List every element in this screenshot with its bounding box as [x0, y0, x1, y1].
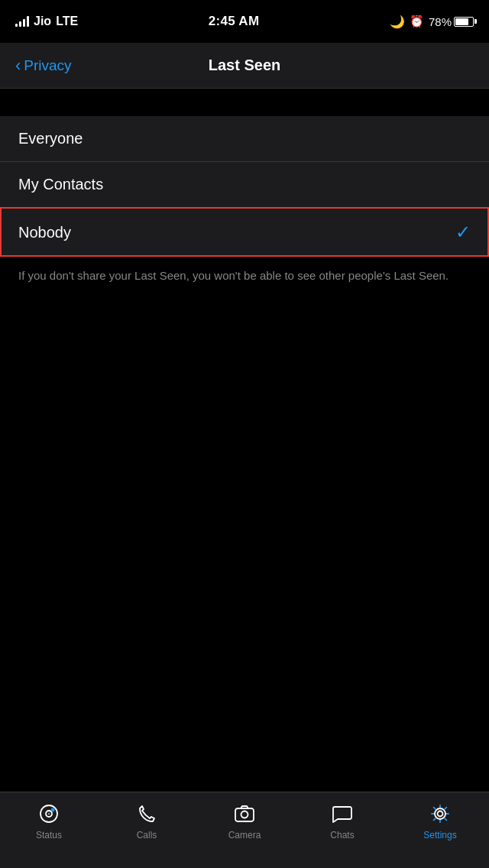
network-label: LTE [56, 15, 78, 28]
status-time: 2:45 AM [209, 14, 260, 29]
options-list: Everyone My Contacts Nobody ✓ [0, 116, 489, 257]
svg-point-2 [48, 813, 50, 815]
option-nobody-label: Nobody [18, 224, 71, 241]
moon-icon: 🌙 [390, 15, 405, 29]
page-title: Last Seen [209, 57, 280, 74]
back-label: Privacy [24, 57, 71, 74]
carrier-label: Jio [34, 15, 51, 28]
chats-tab-icon [330, 802, 355, 826]
section-spacer [0, 89, 489, 116]
status-bar: Jio LTE 2:45 AM 🌙 ⏰ 78% [0, 0, 489, 43]
chevron-left-icon: ‹ [15, 57, 21, 74]
option-everyone-label: Everyone [18, 130, 83, 147]
content-area: Everyone My Contacts Nobody ✓ If you don… [0, 89, 489, 300]
option-nobody[interactable]: Nobody ✓ [0, 207, 489, 257]
option-my-contacts[interactable]: My Contacts [0, 161, 489, 207]
calls-tab-icon [134, 802, 159, 826]
back-button[interactable]: ‹ Privacy [15, 57, 72, 74]
svg-rect-4 [235, 808, 254, 821]
tab-camera-label: Camera [228, 830, 261, 840]
tab-settings[interactable]: Settings [391, 802, 489, 840]
signal-icon [15, 16, 29, 27]
option-my-contacts-label: My Contacts [18, 176, 103, 193]
tab-calls[interactable]: Calls [98, 802, 196, 840]
tab-bar: Status Calls Camera Chats [0, 792, 489, 868]
tab-camera[interactable]: Camera [196, 802, 293, 840]
battery-icon [454, 17, 474, 27]
svg-point-7 [435, 808, 445, 819]
battery-percent: 78% [429, 15, 452, 28]
tab-status[interactable]: Status [0, 802, 98, 840]
battery-indicator: 78% [429, 15, 474, 28]
tab-chats[interactable]: Chats [293, 802, 391, 840]
navigation-bar: ‹ Privacy Last Seen [0, 43, 489, 89]
settings-tab-icon [428, 802, 452, 826]
info-text: If you don't share your Last Seen, you w… [0, 257, 489, 300]
svg-point-6 [438, 811, 443, 817]
tab-chats-label: Chats [330, 830, 354, 840]
svg-point-3 [51, 808, 55, 812]
tab-status-label: Status [36, 830, 62, 840]
tab-settings-label: Settings [423, 830, 456, 840]
status-tab-icon [37, 802, 61, 826]
svg-point-5 [241, 811, 248, 818]
carrier-info: Jio LTE [15, 15, 78, 28]
status-icons: 🌙 ⏰ 78% [390, 15, 474, 29]
option-everyone[interactable]: Everyone [0, 116, 489, 161]
alarm-icon: ⏰ [410, 15, 424, 28]
camera-tab-icon [232, 802, 257, 826]
checkmark-icon: ✓ [455, 222, 471, 243]
tab-calls-label: Calls [137, 830, 157, 840]
